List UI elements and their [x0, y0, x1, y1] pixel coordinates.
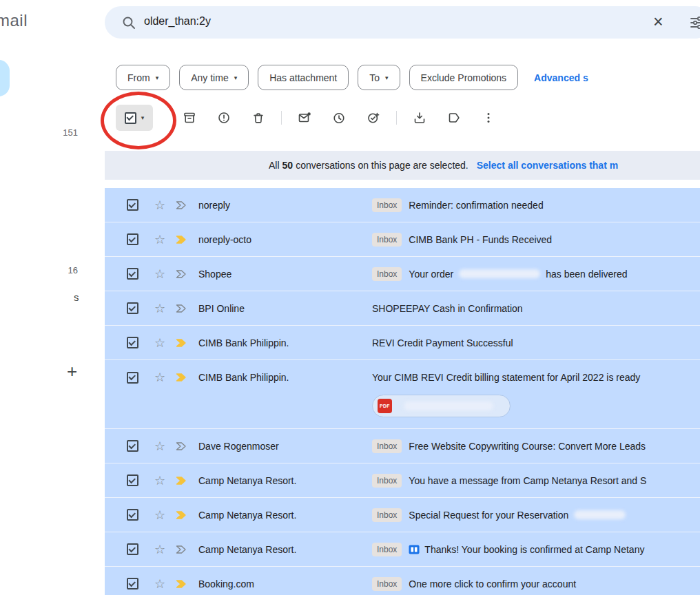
subject: SHOPEEPAY Cash in Confirmation [372, 303, 523, 314]
select-all-matching-link[interactable]: Select all conversations that m [477, 160, 618, 171]
email-row[interactable]: ☆ CIMB Bank Philippin. Your CIMB REVI Cr… [105, 360, 700, 429]
move-to-button[interactable] [409, 107, 430, 128]
importance-marker-icon[interactable] [176, 543, 188, 556]
pdf-icon: PDF [378, 399, 392, 413]
sender: Booking.com [198, 578, 362, 589]
filter-chip-label: Exclude Promotions [421, 72, 507, 83]
mark-unread-button[interactable] [294, 107, 315, 128]
archive-icon [183, 111, 196, 125]
subject: Your orderhas been delivered [409, 269, 627, 280]
subject-text: Your order [409, 269, 453, 280]
snooze-button[interactable] [329, 107, 349, 128]
row-checkbox[interactable] [127, 578, 138, 589]
compose-button-partial[interactable] [0, 60, 10, 96]
subject: Your CIMB REVI Credit billing statement … [372, 372, 640, 383]
row-checkbox[interactable] [127, 543, 138, 555]
importance-marker-icon[interactable] [176, 337, 188, 349]
row-checkbox[interactable] [127, 268, 138, 280]
select-all-control[interactable]: ▾ [116, 105, 153, 131]
importance-marker-icon[interactable] [176, 509, 188, 521]
star-icon[interactable]: ☆ [153, 440, 167, 452]
row-checkbox[interactable] [127, 337, 138, 348]
more-options-button[interactable] [478, 107, 499, 128]
labels-button[interactable] [444, 107, 464, 128]
row-checkbox[interactable] [127, 302, 138, 314]
add-to-tasks-button[interactable] [363, 107, 384, 128]
row-checkbox[interactable] [127, 199, 138, 211]
filter-chip-exclude-promotions[interactable]: Exclude Promotions [409, 65, 519, 90]
chevron-down-icon: ▾ [156, 74, 159, 81]
mark-unread-icon [298, 111, 311, 125]
inbox-label-chip: Inbox [372, 474, 402, 488]
email-row[interactable]: ☆ Camp Netanya Resort. Inbox Thanks! You… [105, 532, 700, 567]
subject: REVI Credit Payment Successful [372, 337, 513, 348]
email-row[interactable]: ☆ Camp Netanya Resort. Inbox You have a … [105, 463, 700, 498]
importance-marker-icon[interactable] [176, 371, 188, 384]
sender: CIMB Bank Philippin. [198, 337, 362, 348]
row-checkbox[interactable] [127, 440, 138, 452]
star-icon[interactable]: ☆ [153, 578, 167, 590]
star-icon[interactable]: ☆ [153, 474, 167, 487]
clear-search-icon[interactable]: × [653, 12, 663, 32]
search-input[interactable]: older_than:2y [144, 15, 211, 28]
importance-marker-icon[interactable] [176, 233, 188, 246]
star-icon[interactable]: ☆ [153, 268, 167, 280]
redacted-text [574, 510, 626, 519]
importance-marker-icon[interactable] [176, 440, 188, 452]
filter-chip-label: Any time [191, 72, 228, 83]
row-checkbox[interactable] [127, 509, 138, 521]
email-row[interactable]: ☆ noreply Inbox Reminder: confirmation n… [105, 188, 700, 222]
toolbar-divider [396, 111, 397, 125]
sender: noreply-octo [198, 234, 362, 245]
email-row[interactable]: ☆ CIMB Bank Philippin. REVI Credit Payme… [105, 326, 700, 360]
importance-marker-icon[interactable] [176, 302, 188, 315]
label-tag-icon [447, 111, 461, 125]
selection-toolbar: ▾ [116, 103, 506, 132]
book-icon [409, 544, 420, 555]
report-spam-button[interactable] [214, 107, 234, 128]
email-row[interactable]: ☆ Booking.com Inbox One more click to co… [105, 567, 700, 595]
filter-chip-to[interactable]: To▾ [358, 65, 400, 90]
importance-marker-icon[interactable] [176, 474, 188, 487]
star-icon[interactable]: ☆ [153, 543, 167, 556]
star-icon[interactable]: ☆ [153, 509, 167, 521]
star-icon[interactable]: ☆ [153, 302, 167, 315]
email-row[interactable]: ☆ Dave Rogenmoser Inbox Free Website Cop… [105, 429, 700, 463]
importance-marker-icon[interactable] [176, 268, 188, 280]
email-row[interactable]: ☆ Shopee Inbox Your orderhas been delive… [105, 257, 700, 291]
subject-text: Special Request for your Reservation [409, 510, 568, 521]
row-checkbox[interactable] [127, 233, 138, 245]
search-bar[interactable]: older_than:2y × [105, 6, 700, 39]
report-spam-icon [217, 111, 231, 125]
attachment-chip[interactable]: PDF [372, 395, 511, 417]
email-row[interactable]: ☆ noreply-octo Inbox CIMB Bank PH - Fund… [105, 222, 700, 257]
filter-chip-has-attachment[interactable]: Has attachment [258, 65, 349, 90]
inbox-label-chip: Inbox [372, 233, 402, 247]
delete-button[interactable] [248, 107, 269, 128]
more-vertical-icon [482, 111, 495, 125]
email-row[interactable]: ☆ BPI Online SHOPEEPAY Cash in Confirmat… [105, 291, 700, 326]
row-checkbox[interactable] [127, 474, 138, 486]
search-options-icon[interactable] [690, 15, 700, 30]
filter-chip-any-time[interactable]: Any time▾ [179, 65, 249, 90]
search-icon[interactable] [121, 15, 136, 30]
star-icon[interactable]: ☆ [153, 233, 167, 246]
importance-marker-icon[interactable] [176, 578, 188, 590]
subject: Thanks! Your booking is confirmed at Cam… [409, 544, 644, 555]
advanced-search-link[interactable]: Advanced s [534, 72, 588, 83]
add-label-button[interactable]: + [67, 361, 77, 382]
select-all-checkbox[interactable] [125, 112, 136, 124]
star-icon[interactable]: ☆ [153, 371, 167, 384]
star-icon[interactable]: ☆ [153, 199, 167, 211]
select-dropdown-icon[interactable]: ▾ [141, 114, 145, 121]
inbox-label-chip: Inbox [372, 543, 402, 556]
star-icon[interactable]: ☆ [153, 337, 167, 349]
row-checkbox[interactable] [127, 372, 138, 384]
archive-button[interactable] [179, 107, 200, 128]
email-row[interactable]: ☆ Camp Netanya Resort. Inbox Special Req… [105, 498, 700, 532]
subject: You have a message from Camp Netanya Res… [409, 475, 646, 486]
filter-chip-from[interactable]: From▾ [116, 65, 170, 90]
sender: Dave Rogenmoser [198, 441, 362, 452]
add-to-tasks-icon [367, 111, 380, 125]
importance-marker-icon[interactable] [176, 199, 188, 211]
